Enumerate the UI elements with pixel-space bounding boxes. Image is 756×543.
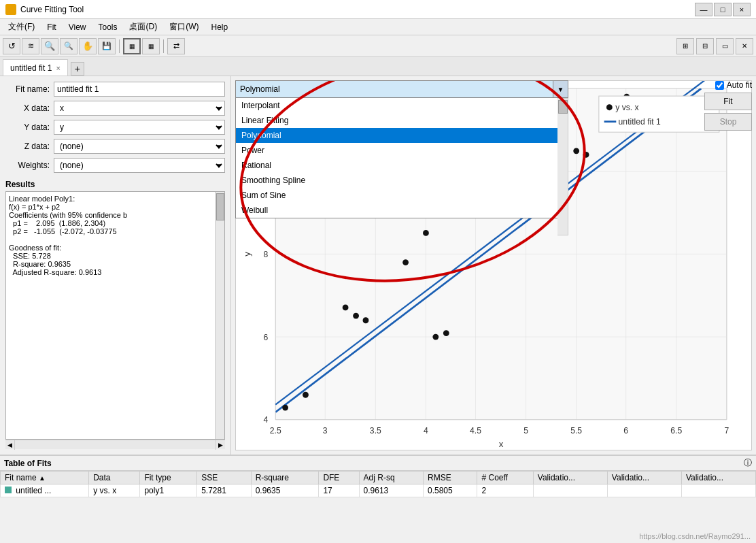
fits-table: Fit name ▲ Data Fit type SSE R-square DF… — [0, 471, 756, 497]
fit-type-input-row: Polynomial ▼ — [235, 80, 568, 98]
stop-button[interactable]: Stop — [704, 113, 752, 131]
col-dfe: DFE — [319, 472, 359, 484]
x-data-label: X data: — [5, 103, 50, 113]
menu-file[interactable]: 文件(F) — [3, 20, 40, 34]
dropdown-item-sum-of-sine[interactable]: Sum of Sine — [236, 188, 558, 203]
results-scrollbar[interactable] — [215, 192, 224, 439]
toolbar-grid2[interactable]: ▦ — [142, 38, 160, 54]
table-fits-header: Table of Fits ⓘ — [0, 456, 756, 471]
y-axis-label: y — [242, 252, 252, 257]
data-point — [303, 392, 309, 398]
dropdown-scroll-thumb[interactable] — [558, 100, 568, 114]
cell-data: y vs. x — [89, 484, 140, 497]
y-tick-1: 6 — [263, 333, 268, 342]
tab-add-button[interactable]: + — [71, 62, 84, 76]
x-tick-7: 6 — [623, 426, 628, 435]
tab-bar: untitled fit 1 × + — [0, 57, 756, 76]
toolbar-view-btn-4[interactable]: ✕ — [736, 38, 753, 54]
toolbar-new[interactable]: ↺ — [3, 38, 20, 54]
dropdown-item-polynomial[interactable]: Polynomial — [236, 128, 558, 143]
toolbar-zoom-in[interactable]: 🔍 — [41, 38, 58, 54]
toolbar-save[interactable]: 💾 — [98, 38, 116, 54]
weights-select[interactable]: (none) — [54, 158, 225, 173]
tab-untitled-fit-1[interactable]: untitled fit 1 × — [3, 59, 68, 76]
dropdown-item-smoothing-spline[interactable]: Smoothing Spline — [236, 173, 558, 188]
toolbar-view-btn-2[interactable]: ⊟ — [696, 38, 714, 54]
results-scroll-thumb[interactable] — [216, 193, 224, 220]
dropdown-item-linear-fitting[interactable]: Linear Fitting — [236, 113, 558, 128]
tab-label: untitled fit 1 — [10, 63, 52, 73]
toolbar-open[interactable]: ≋ — [22, 38, 39, 54]
menu-bar: 文件(F) Fit View Tools 桌面(D) 窗口(W) Help — [0, 19, 756, 35]
menu-desktop[interactable]: 桌面(D) — [124, 20, 162, 34]
toolbar-zoom-out[interactable]: 🔍 — [60, 38, 78, 54]
data-point — [282, 405, 288, 411]
hscroll-right-btn[interactable]: ▶ — [216, 440, 225, 450]
cell-val3 — [681, 484, 755, 497]
minimize-button[interactable]: — — [695, 3, 712, 16]
menu-view[interactable]: View — [63, 21, 92, 33]
close-button[interactable]: × — [733, 3, 751, 16]
legend-dot — [606, 104, 613, 110]
data-point — [432, 334, 439, 340]
cell-rsquare: 0.9635 — [251, 484, 319, 497]
title-bar-controls: — □ × — [695, 3, 751, 16]
menu-help[interactable]: Help — [205, 21, 233, 33]
dropdown-item-rational[interactable]: Rational — [236, 158, 558, 173]
toolbar-view-btn-1[interactable]: ⊞ — [676, 38, 694, 54]
results-panel: Results Linear model Poly1: f(x) = p1*x … — [5, 180, 225, 449]
toolbar-view-btn-3[interactable]: ▭ — [716, 38, 734, 54]
data-point — [423, 230, 429, 236]
legend-dot-label: y vs. x — [615, 103, 638, 112]
fit-button[interactable]: Fit — [704, 93, 752, 110]
auto-fit-label: Auto fit — [727, 80, 752, 90]
results-line-1: f(x) = p1*x + p2 — [9, 203, 211, 211]
toolbar-extra[interactable]: ⇄ — [167, 38, 185, 54]
fit-type-display[interactable]: Polynomial — [235, 80, 553, 98]
fit-name-input[interactable] — [54, 82, 225, 97]
cell-val2 — [607, 484, 681, 497]
y-data-row: Y data: y ▼ — [5, 120, 225, 135]
z-data-label: Z data: — [5, 142, 50, 151]
maximize-button[interactable]: □ — [714, 3, 732, 16]
toolbar-pan[interactable]: ✋ — [79, 38, 97, 54]
fit-name-row: Fit name: — [5, 82, 225, 97]
table-fits-collapse-icon[interactable]: ⓘ — [744, 457, 752, 469]
results-line-7: SSE: 5.728 — [9, 252, 211, 260]
dropdown-item-power[interactable]: Power — [236, 143, 558, 158]
tab-close-button[interactable]: × — [56, 64, 60, 72]
data-point — [443, 330, 449, 336]
data-point — [402, 259, 409, 265]
z-data-select[interactable]: (none) — [54, 139, 225, 154]
toolbar-right: ⊞ ⊟ ▭ ✕ — [676, 38, 753, 54]
dropdown-item-interpolant[interactable]: Interpolant — [236, 98, 558, 113]
x-tick-2: 3.5 — [370, 426, 381, 435]
results-line-8: R-square: 0.9635 — [9, 260, 211, 268]
auto-fit-checkbox[interactable] — [715, 81, 724, 90]
results-hscroll[interactable]: ◀ ▶ — [5, 440, 225, 449]
x-axis-label: x — [499, 439, 504, 449]
table-fits-title: Table of Fits — [4, 459, 52, 468]
fit-type-list: Interpolant Linear Fitting Polynomial Po… — [235, 98, 559, 218]
hscroll-left-btn[interactable]: ◀ — [5, 440, 15, 450]
x-data-select-wrapper: x ▼ — [54, 101, 225, 116]
menu-fit[interactable]: Fit — [41, 21, 61, 33]
x-tick-1: 3 — [323, 426, 328, 435]
fit-type-arrow-btn[interactable]: ▼ — [553, 80, 568, 98]
legend-box — [599, 96, 719, 132]
menu-window[interactable]: 窗口(W) — [164, 20, 204, 34]
auto-fit-row: Auto fit — [715, 80, 752, 90]
cell-val1 — [533, 484, 607, 497]
app-icon — [5, 4, 16, 15]
toolbar-grid1[interactable]: ▦ — [123, 38, 141, 54]
cell-fit-name: untitled ... — [1, 484, 89, 497]
y-data-select[interactable]: y — [54, 120, 225, 135]
right-controls: Auto fit Fit Stop — [704, 80, 752, 131]
x-data-select[interactable]: x — [54, 101, 225, 116]
dropdown-scrollbar[interactable] — [557, 98, 568, 235]
dropdown-item-weibull[interactable]: Weibull — [236, 203, 558, 218]
menu-tools[interactable]: Tools — [92, 21, 122, 33]
z-data-select-wrapper: (none) ▼ — [54, 139, 225, 154]
toolbar: ↺ ≋ 🔍 🔍 ✋ 💾 ▦ ▦ ⇄ ⊞ ⊟ ▭ ✕ — [0, 35, 756, 57]
table-row[interactable]: untitled ... y vs. x poly1 5.7281 0.9635… — [1, 484, 756, 497]
